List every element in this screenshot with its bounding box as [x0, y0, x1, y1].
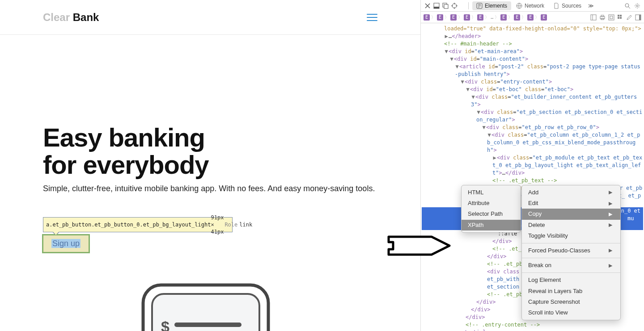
more-tabs[interactable]: ≫ [586, 1, 596, 10]
svg-rect-8 [434, 7, 439, 8]
dock-overlay-icon[interactable] [442, 3, 449, 9]
crumb[interactable]: E [527, 14, 534, 21]
sources-tab-label: Sources [562, 3, 581, 9]
signup-button-highlight: Sign up [42, 234, 90, 253]
hero-section: Easy banking for everybody Simple, clutt… [0, 35, 420, 193]
more-tabs-label: ≫ [588, 3, 594, 9]
logo-word-bold: Bank [73, 11, 99, 23]
crumb[interactable]: E [424, 14, 430, 21]
hero-heading-line1: Easy banking [43, 123, 205, 152]
crumb[interactable]: E [450, 14, 457, 21]
dom-tree[interactable]: loaded="true" data-fixed-height-onload="… [421, 23, 644, 331]
network-tab[interactable]: Network [512, 1, 548, 10]
inspect-selector: a.et_pb_button.et_pb_button_0.et_pb_bg_l… [46, 221, 211, 228]
elements-tab-icon [476, 3, 483, 9]
dock-bottom-icon[interactable] [433, 3, 440, 9]
svg-rect-3 [174, 323, 242, 327]
inspect-role-label: Role [225, 221, 237, 228]
svg-rect-21 [610, 16, 613, 19]
dom-comment: .et_pb [505, 246, 528, 252]
dom-attr: post-2 [501, 63, 521, 70]
sources-tab-icon [553, 3, 559, 9]
dom-tag: div class [490, 268, 519, 275]
dom-attr: et-boc [548, 86, 567, 92]
svg-text:$: $ [161, 318, 169, 331]
signup-button[interactable]: Sign up [42, 234, 90, 253]
svg-point-15 [636, 5, 638, 7]
dom-attr: et_pb_row et_pb_row_0 [525, 124, 593, 130]
layout-icon[interactable] [590, 14, 597, 21]
svg-rect-16 [591, 15, 596, 20]
elements-tab[interactable]: Elements [472, 1, 511, 10]
close-devtools-icon[interactable] [424, 3, 431, 9]
hamburger-menu-icon[interactable] [367, 14, 377, 21]
search-icon[interactable] [624, 3, 631, 9]
dom-attr: et_pb_with [487, 276, 519, 282]
crumb[interactable]: E [477, 14, 483, 21]
svg-rect-24 [618, 17, 619, 19]
dom-attr: et-boc [499, 86, 518, 92]
elements-tab-label: Elements [485, 3, 507, 9]
svg-point-14 [625, 4, 629, 7]
devtools-toolbar: Elements Network Sources ≫ [421, 0, 644, 12]
crumb[interactable]: E [464, 14, 470, 21]
inspect-dimensions: 91px × 41px [211, 214, 224, 235]
devtools-tabs: Elements Network Sources ≫ [466, 1, 596, 10]
dom-comment: .et_pb_text [505, 177, 547, 184]
phone-svg: $ [134, 276, 277, 331]
devtools-panel: Elements Network Sources ≫ E〉 [420, 0, 644, 331]
svg-rect-18 [601, 15, 604, 17]
dom-comment: .et_pb [500, 291, 523, 297]
svg-rect-25 [620, 17, 622, 19]
dom-comment: #main-header [457, 41, 502, 47]
hero-heading-line2: for everybody [43, 151, 377, 179]
crumb[interactable]: E [541, 14, 547, 21]
dom-attr: et_section [487, 284, 519, 290]
sources-tab[interactable]: Sources [549, 1, 585, 10]
dom-comment: .entry-content [479, 322, 530, 328]
network-tab-label: Network [525, 3, 544, 9]
crumb[interactable]: E [500, 14, 507, 21]
selected-dom-node[interactable]: <a class="et_pb_button et_pb_button_0 et… [422, 207, 643, 230]
crumb[interactable]: E [514, 14, 520, 21]
inspect-role-value: link [239, 221, 252, 228]
hero-subhead: Simple, clutter-free, intuitive mobile b… [43, 184, 377, 193]
breadcrumb-bar: E〉 E〉 E〉 E〉 E〉 …〉 E〉 E〉 E〉 E [421, 12, 644, 23]
page-preview: Clear Bank Easy banking for everybody Si… [0, 0, 420, 331]
inspect-tooltip: a.et_pb_button.et_pb_button_0.et_pb_bg_l… [43, 217, 233, 232]
panel-right-icon[interactable] [635, 14, 641, 21]
svg-rect-27 [639, 15, 641, 20]
target-icon[interactable] [451, 3, 458, 9]
dom-tag: header [458, 33, 478, 39]
page-header: Clear Bank [0, 0, 420, 35]
crumb-overflow[interactable]: … [491, 14, 493, 21]
logo-word-light: Clear [43, 11, 73, 23]
svg-rect-20 [609, 15, 614, 20]
dom-attr: entry-content [504, 79, 546, 85]
dom-pseudo: ::afte [498, 230, 517, 237]
dom-attr: main-content [483, 56, 522, 62]
svg-rect-23 [620, 15, 622, 17]
svg-rect-10 [444, 4, 448, 8]
hero-heading: Easy banking for everybody [43, 124, 377, 179]
boxmodel-icon[interactable] [608, 14, 614, 21]
site-logo[interactable]: Clear Bank [43, 11, 99, 24]
grid-icon[interactable] [617, 14, 623, 21]
svg-rect-22 [618, 15, 619, 17]
dom-attr: et-main-area [478, 48, 517, 54]
crumb[interactable]: E [437, 14, 443, 21]
print-icon[interactable] [599, 14, 606, 21]
pencil-icon[interactable] [626, 14, 632, 21]
signup-button-label: Sign up [51, 239, 80, 248]
dom-attr-fragment: loaded="true" data-fixed-height-onload="… [444, 25, 641, 32]
dom-comment: .et_pb [500, 261, 523, 267]
phone-illustration: $ [134, 276, 277, 331]
network-tab-icon [516, 3, 522, 9]
gear-icon[interactable] [634, 3, 640, 9]
